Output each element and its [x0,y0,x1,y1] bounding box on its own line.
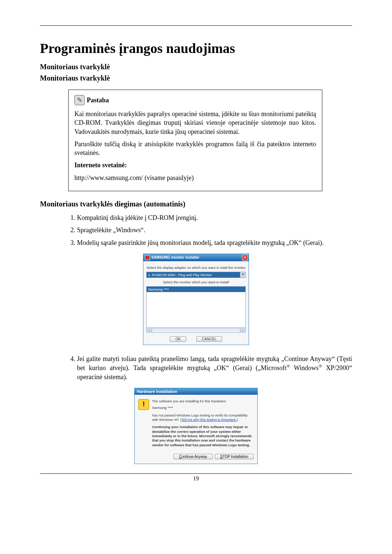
step-1: Kompaktinį diską įdėkite į CD-ROM įrengi… [77,213,352,222]
dialog2-title: Hardware Installation [137,389,177,394]
note-box: ✎ Pastaba Kai monitoriaus tvarkyklės pap… [68,90,322,191]
stop-rest: TOP Installation [222,455,248,459]
testing-info-link[interactable]: Tell me why this testing is important. [181,418,237,422]
continue-rest: ontinue Anyway [181,455,207,459]
top-rule [40,25,352,26]
adapter-label: Select the display adapter on which you … [146,266,246,270]
note-icon: ✎ [74,95,85,105]
note-paragraph-2: Paruoškite tuščią diską ir atsisiųskite … [74,140,316,157]
step-4-text-b: Windows [290,364,319,372]
dialog2-titlebar[interactable]: Hardware Installation [135,388,257,395]
scroll-right-icon[interactable]: › [240,328,246,333]
bottom-rule [40,473,352,474]
scroll-track[interactable] [152,328,240,333]
website-label: Interneto svetainė: [74,161,316,169]
step-2: Spragtelėkite „Windows“. [77,226,352,234]
dialog1-titlebar[interactable]: SAMSUNG monitor installer × [143,254,249,261]
cancel-button[interactable]: CANCEL [196,336,222,342]
step-4: Jei galite matyti toliau pateiktą praneš… [77,354,352,381]
warning-glyph: ! [143,401,145,408]
website-url: http://www.samsung.com/ (visame pasaulyj… [74,173,316,182]
warning-line-1: The software you are installing for this… [152,399,254,403]
horizontal-scrollbar[interactable]: ‹ › [146,328,246,333]
hardware-installation-dialog: Hardware Installation ! The software you… [134,388,258,464]
monitor-listbox[interactable]: Samsung **** [146,286,246,328]
continue-anyway-button[interactable]: Continue Anyway [173,454,212,459]
samsung-installer-dialog: SAMSUNG monitor installer × Select the d… [143,254,249,345]
heading-driver-1: Monitoriaus tvarkyklė [40,63,352,71]
adapter-combo[interactable]: 1. RADEON 9550 : Plug and Play Monitor ▾ [146,272,246,278]
warning-line-2: has not passed Windows Logo testing to v… [152,413,254,422]
warning-device: Samsung **** [152,406,254,410]
step-3: Modelių sąraše pasirinkite jūsų monitori… [77,238,352,247]
heading-driver-2: Monitoriaus tvarkyklė [40,74,352,82]
samsung-icon [145,255,150,260]
install-steps-cont: Jei galite matyti toliau pateiktą praneš… [68,354,352,381]
list-item[interactable]: Samsung **** [147,287,245,292]
close-icon[interactable]: × [242,255,248,260]
dialog1-title: SAMSUNG monitor installer [151,255,199,259]
ok-button[interactable]: OK [170,336,186,342]
note-paragraph-1: Kai monitoriaus tvarkyklės paprašys oper… [74,110,316,136]
warning-bold: Continuing your installation of this sof… [152,425,254,447]
page-title: Programinės įrangos naudojimas [40,40,352,56]
warning-message: The software you are installing for this… [152,399,254,447]
adapter-combo-value: 1. RADEON 9550 : Plug and Play Monitor [147,272,240,278]
reg-mark-2: ® [319,364,322,369]
monitor-label: Select the monitor which you want to ins… [146,280,246,284]
scroll-left-icon[interactable]: ‹ [146,328,152,333]
warning-line-2b: ) [237,418,238,422]
note-label: Pastaba [87,96,109,104]
heading-install-auto: Monitoriaus tvarkyklės diegimas (automat… [40,200,352,208]
chevron-down-icon[interactable]: ▾ [240,272,245,278]
install-steps: Kompaktinį diską įdėkite į CD-ROM įrengi… [68,213,352,247]
page-number: 19 [40,475,352,482]
reg-mark-1: ® [286,364,290,369]
warning-icon: ! [138,399,149,410]
stop-installation-button[interactable]: STOP Installation [215,454,254,459]
